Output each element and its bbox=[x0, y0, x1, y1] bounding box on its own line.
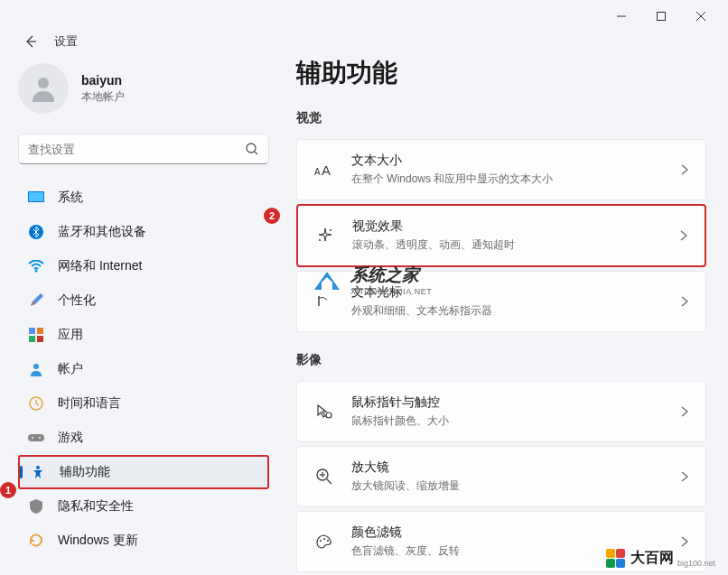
cursor-icon bbox=[312, 289, 337, 314]
app-title: 设置 bbox=[54, 33, 78, 50]
nav-label: 时间和语言 bbox=[58, 395, 121, 412]
sidebar-item-bluetooth[interactable]: 蓝牙和其他设备 bbox=[18, 215, 269, 249]
sidebar-item-update[interactable]: Windows 更新 bbox=[18, 524, 269, 558]
footer-url: big100.net bbox=[677, 559, 715, 568]
sidebar: 1 2 baiyun 本地帐户 系统 蓝牙和其他设备 bbox=[0, 51, 280, 575]
svg-line-31 bbox=[327, 479, 331, 484]
footer-logo: 大百网 big100.net bbox=[606, 549, 715, 568]
sidebar-item-privacy[interactable]: 隐私和安全性 bbox=[18, 489, 269, 524]
svg-point-26 bbox=[330, 229, 331, 231]
search-icon bbox=[245, 142, 259, 156]
chevron-right-icon bbox=[678, 163, 691, 176]
chevron-right-icon bbox=[678, 405, 691, 418]
svg-point-16 bbox=[33, 364, 39, 369]
gamepad-icon bbox=[27, 429, 45, 447]
titlebar bbox=[0, 0, 728, 32]
search-box[interactable] bbox=[18, 134, 269, 164]
card-desc: 滚动条、透明度、动画、通知超时 bbox=[352, 237, 677, 253]
svg-text:A: A bbox=[314, 167, 321, 177]
card-desc: 在整个 Windows 和应用中显示的文本大小 bbox=[351, 172, 678, 187]
svg-line-7 bbox=[255, 152, 257, 154]
annotation-badge-2: 2 bbox=[264, 208, 280, 224]
nav-label: 帐户 bbox=[58, 361, 83, 377]
chevron-right-icon bbox=[677, 229, 690, 242]
brush-icon bbox=[27, 292, 45, 310]
svg-point-34 bbox=[320, 540, 322, 542]
svg-rect-15 bbox=[37, 336, 43, 342]
update-icon bbox=[27, 532, 45, 550]
page-title: 辅助功能 bbox=[296, 56, 706, 90]
footer-text: 大百网 bbox=[630, 549, 674, 568]
chevron-right-icon bbox=[678, 470, 691, 483]
svg-point-5 bbox=[38, 78, 49, 88]
card-title: 文本光标 bbox=[351, 284, 678, 301]
sidebar-item-accounts[interactable]: 帐户 bbox=[18, 352, 269, 386]
system-icon bbox=[27, 189, 45, 207]
avatar bbox=[18, 63, 69, 114]
svg-point-27 bbox=[319, 239, 321, 241]
user-type: 本地帐户 bbox=[81, 89, 125, 105]
magnifier-icon bbox=[312, 464, 337, 489]
card-magnifier[interactable]: 放大镜 放大镜阅读、缩放增量 bbox=[296, 446, 706, 507]
card-text-size[interactable]: AA 文本大小 在整个 Windows 和应用中显示的文本大小 bbox=[296, 139, 706, 200]
nav-label: 系统 bbox=[58, 190, 83, 206]
nav-list: 系统 蓝牙和其他设备 网络和 Internet 个性化 应用 帐户 bbox=[18, 181, 269, 575]
card-title: 颜色滤镜 bbox=[351, 524, 678, 541]
card-title: 文本大小 bbox=[351, 153, 678, 169]
accessibility-icon bbox=[29, 463, 47, 481]
svg-point-23 bbox=[36, 466, 40, 469]
user-info[interactable]: baiyun 本地帐户 bbox=[18, 63, 269, 114]
mouse-icon bbox=[312, 399, 337, 424]
svg-rect-14 bbox=[29, 336, 35, 342]
card-desc: 外观和细细、文本光标指示器 bbox=[351, 303, 678, 319]
sidebar-item-network[interactable]: 网络和 Internet bbox=[18, 249, 269, 283]
sidebar-item-accessibility[interactable]: 辅助功能 bbox=[18, 455, 269, 489]
svg-text:A: A bbox=[322, 162, 331, 177]
svg-point-22 bbox=[39, 437, 41, 439]
chevron-right-icon bbox=[678, 535, 691, 548]
apps-icon bbox=[27, 326, 45, 344]
clock-icon bbox=[27, 394, 45, 413]
sidebar-item-apps[interactable]: 应用 bbox=[18, 318, 269, 352]
bluetooth-icon bbox=[27, 223, 45, 241]
card-desc: 放大镜阅读、缩放增量 bbox=[351, 478, 678, 494]
svg-rect-20 bbox=[28, 434, 44, 441]
svg-point-36 bbox=[327, 540, 329, 542]
nav-label: 应用 bbox=[58, 327, 83, 343]
sidebar-item-personalization[interactable]: 个性化 bbox=[18, 283, 269, 318]
card-mouse-pointer[interactable]: 鼠标指针与触控 鼠标指针颜色、大小 bbox=[296, 381, 706, 442]
svg-rect-12 bbox=[29, 328, 35, 334]
wifi-icon bbox=[27, 257, 45, 275]
nav-label: 游戏 bbox=[58, 430, 83, 446]
person-icon bbox=[27, 360, 45, 378]
svg-point-35 bbox=[323, 538, 325, 540]
section-image: 影像 bbox=[296, 352, 706, 368]
sidebar-item-system[interactable]: 系统 bbox=[18, 181, 269, 215]
annotation-badge-1: 1 bbox=[0, 482, 16, 498]
maximize-button[interactable] bbox=[641, 3, 681, 30]
svg-point-6 bbox=[247, 144, 256, 153]
search-input[interactable] bbox=[28, 143, 245, 156]
svg-rect-9 bbox=[29, 192, 43, 201]
nav-label: 辅助功能 bbox=[60, 464, 110, 480]
svg-rect-13 bbox=[37, 328, 43, 334]
sidebar-item-gaming[interactable]: 游戏 bbox=[18, 421, 269, 455]
app-header: 设置 bbox=[0, 32, 728, 51]
sidebar-item-time[interactable]: 时间和语言 bbox=[18, 386, 269, 421]
shield-icon bbox=[27, 497, 45, 515]
card-desc: 鼠标指针颜色、大小 bbox=[351, 413, 678, 429]
card-visual-effects[interactable]: 视觉效果 滚动条、透明度、动画、通知超时 bbox=[296, 204, 706, 267]
chevron-right-icon bbox=[678, 295, 691, 308]
minimize-button[interactable] bbox=[602, 3, 641, 30]
card-text-cursor[interactable]: 文本光标 外观和细细、文本光标指示器 bbox=[296, 271, 706, 332]
nav-label: 隐私和安全性 bbox=[58, 498, 134, 515]
nav-label: 个性化 bbox=[58, 292, 96, 309]
nav-label: Windows 更新 bbox=[58, 533, 138, 549]
section-visual: 视觉 bbox=[296, 110, 706, 126]
card-title: 视觉效果 bbox=[352, 218, 677, 235]
nav-label: 网络和 Internet bbox=[58, 258, 142, 274]
svg-point-11 bbox=[35, 270, 38, 273]
svg-point-21 bbox=[32, 437, 33, 439]
svg-rect-1 bbox=[658, 13, 666, 21]
close-button[interactable] bbox=[681, 3, 721, 30]
